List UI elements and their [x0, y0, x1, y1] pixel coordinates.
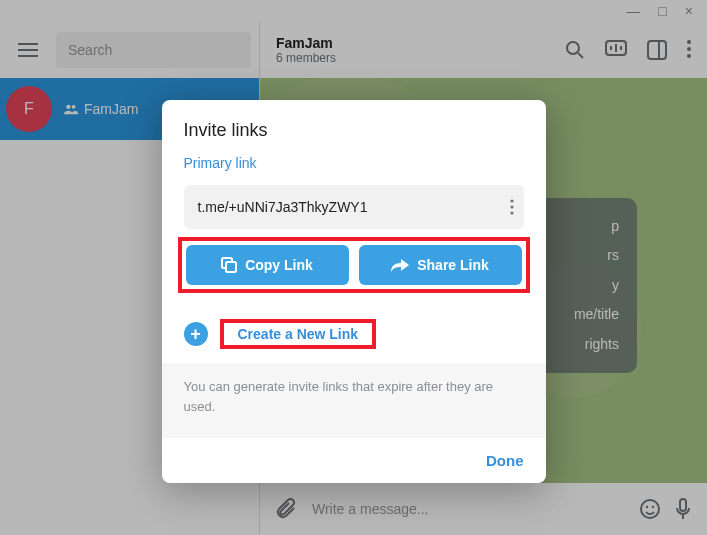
- modal-overlay[interactable]: Invite links Primary link t.me/+uNNi7Ja3…: [0, 0, 707, 535]
- primary-link-field[interactable]: t.me/+uNNi7Ja3ThkyZWY1: [184, 185, 524, 229]
- copy-icon: [221, 257, 237, 273]
- primary-link-label: Primary link: [184, 155, 524, 171]
- svg-point-14: [510, 211, 513, 214]
- create-link-row[interactable]: + Create a New Link: [162, 305, 546, 363]
- done-button[interactable]: Done: [486, 452, 524, 469]
- invite-links-dialog: Invite links Primary link t.me/+uNNi7Ja3…: [162, 100, 546, 483]
- create-link-highlight: Create a New Link: [220, 319, 377, 349]
- dialog-footer: Done: [162, 438, 546, 483]
- link-more-icon[interactable]: [510, 199, 514, 215]
- primary-link-value: t.me/+uNNi7Ja3ThkyZWY1: [198, 199, 368, 215]
- create-link-label: Create a New Link: [238, 326, 359, 342]
- svg-rect-16: [226, 262, 236, 272]
- link-actions-highlight: Copy Link Share Link: [178, 237, 530, 293]
- svg-point-13: [510, 205, 513, 208]
- svg-point-12: [510, 199, 513, 202]
- create-link-description: You can generate invite links that expir…: [162, 363, 546, 438]
- share-icon: [391, 258, 409, 272]
- copy-link-button[interactable]: Copy Link: [186, 245, 349, 285]
- dialog-title: Invite links: [184, 120, 524, 141]
- plus-icon: +: [184, 322, 208, 346]
- share-link-button[interactable]: Share Link: [359, 245, 522, 285]
